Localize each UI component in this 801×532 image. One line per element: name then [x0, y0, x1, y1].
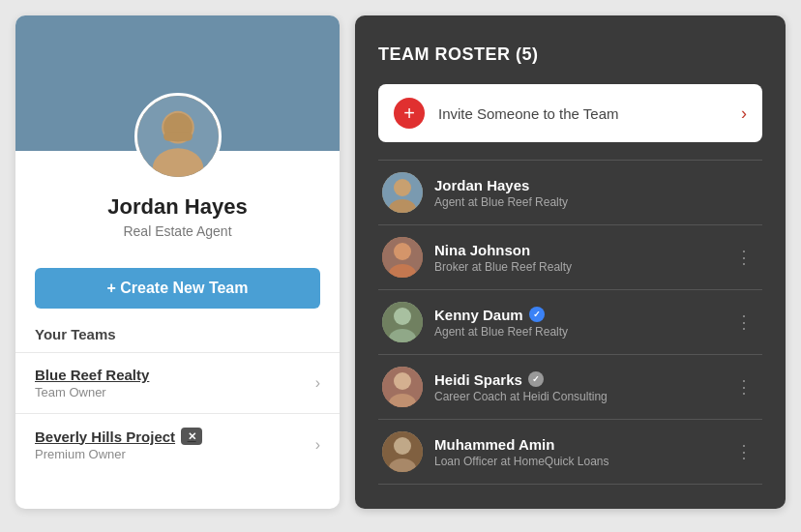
roster-info-kenny: Kenny Daum ✓ Agent at Blue Reef Realty — [434, 307, 729, 339]
svg-rect-4 — [163, 132, 193, 140]
right-panel: TEAM ROSTER (5) + Invite Someone to the … — [355, 15, 786, 509]
team-role-beverly-hills: Premium Owner — [35, 447, 202, 461]
roster-avatar-heidi — [382, 367, 423, 407]
svg-point-15 — [394, 372, 411, 390]
invite-box[interactable]: + Invite Someone to the Team › — [378, 84, 762, 142]
roster-menu-heidi[interactable]: ⋮ — [729, 372, 758, 401]
chevron-right-icon: › — [315, 374, 320, 392]
left-panel: Jordan Hayes Real Estate Agent + Create … — [15, 15, 340, 509]
chevron-right-icon-2: › — [315, 436, 320, 454]
roster-title: TEAM ROSTER (5) — [378, 44, 762, 65]
verified-badge-blue: ✓ — [529, 307, 545, 322]
svg-point-6 — [394, 179, 411, 196]
profile-header — [15, 15, 340, 151]
team-name-blue-reef: Blue Reef Realty — [35, 367, 149, 383]
roster-name-jordan: Jordan Hayes — [434, 177, 758, 193]
svg-point-12 — [394, 308, 411, 325]
roster-sub-nina: Broker at Blue Reef Realty — [434, 260, 729, 274]
roster-name-heidi: Heidi Sparks ✓ — [434, 371, 729, 388]
create-team-button[interactable]: + Create New Team — [35, 268, 320, 309]
roster-list: Jordan Hayes Agent at Blue Reef Realty N… — [378, 160, 762, 485]
roster-item-muhammed: Muhammed Amin Loan Officer at HomeQuick … — [378, 419, 762, 485]
roster-info-nina: Nina Johnson Broker at Blue Reef Realty — [434, 242, 729, 274]
premium-badge-icon: ✕ — [181, 428, 202, 445]
team-name-beverly-hills: Beverly Hills Project ✕ — [35, 428, 202, 445]
roster-avatar-kenny — [382, 302, 423, 342]
roster-item-nina: Nina Johnson Broker at Blue Reef Realty … — [378, 224, 762, 289]
roster-info-jordan: Jordan Hayes Agent at Blue Reef Realty — [434, 177, 758, 209]
roster-name-nina: Nina Johnson — [434, 242, 729, 258]
roster-avatar-nina — [382, 237, 423, 278]
team-item-beverly-hills[interactable]: Beverly Hills Project ✕ Premium Owner › — [15, 413, 340, 475]
roster-menu-muhammed[interactable]: ⋮ — [729, 437, 758, 466]
roster-menu-nina[interactable]: ⋮ — [729, 243, 758, 272]
roster-sub-muhammed: Loan Officer at HomeQuick Loans — [434, 455, 729, 468]
roster-sub-kenny: Agent at Blue Reef Realty — [434, 325, 729, 339]
svg-point-9 — [394, 243, 411, 260]
profile-avatar — [134, 93, 222, 180]
roster-avatar-muhammed — [382, 431, 423, 472]
profile-name: Jordan Hayes — [35, 194, 320, 220]
roster-info-muhammed: Muhammed Amin Loan Officer at HomeQuick … — [434, 436, 729, 468]
verified-badge-gray: ✓ — [528, 371, 544, 387]
team-role-blue-reef: Team Owner — [35, 385, 149, 399]
roster-item-jordan: Jordan Hayes Agent at Blue Reef Realty — [378, 160, 762, 224]
invite-text: Invite Someone to the Team — [438, 105, 741, 122]
roster-item-heidi: Heidi Sparks ✓ Career Coach at Heidi Con… — [378, 354, 762, 419]
invite-plus-icon: + — [394, 98, 425, 129]
app-container: Jordan Hayes Real Estate Agent + Create … — [0, 0, 801, 532]
your-teams-label: Your Teams — [15, 326, 340, 352]
profile-info: Jordan Hayes Real Estate Agent — [15, 194, 340, 258]
profile-role: Real Estate Agent — [35, 223, 320, 239]
invite-arrow-icon: › — [741, 103, 747, 124]
roster-name-muhammed: Muhammed Amin — [434, 436, 729, 453]
roster-name-kenny: Kenny Daum ✓ — [434, 307, 729, 323]
roster-avatar-jordan — [382, 172, 423, 213]
roster-sub-heidi: Career Coach at Heidi Consulting — [434, 390, 729, 403]
roster-sub-jordan: Agent at Blue Reef Realty — [434, 195, 758, 209]
roster-menu-kenny[interactable]: ⋮ — [729, 308, 758, 337]
svg-point-18 — [394, 437, 411, 455]
roster-info-heidi: Heidi Sparks ✓ Career Coach at Heidi Con… — [434, 371, 729, 403]
roster-item-kenny: Kenny Daum ✓ Agent at Blue Reef Realty ⋮ — [378, 289, 762, 354]
team-item-blue-reef[interactable]: Blue Reef Realty Team Owner › — [15, 352, 340, 413]
